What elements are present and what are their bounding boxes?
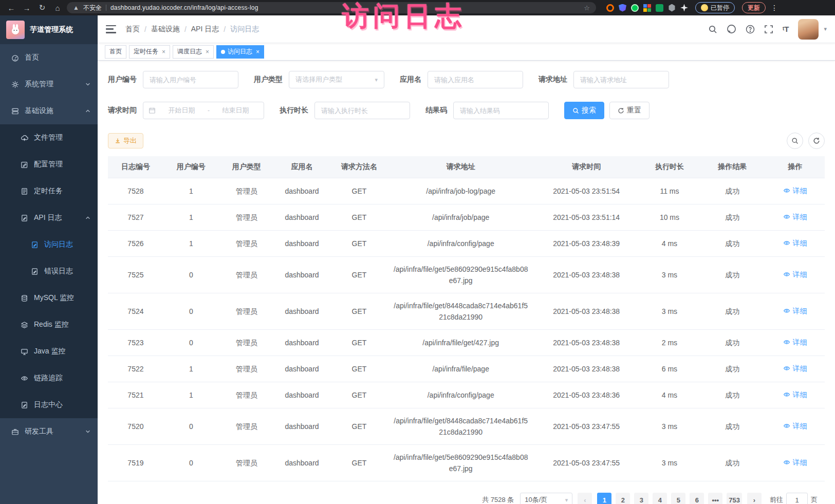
- cell-url: /api/infra/job-log/page: [388, 178, 532, 204]
- browser-update-button[interactable]: 更新: [742, 2, 766, 13]
- sidebar-item-redis[interactable]: Redis 监控: [0, 311, 98, 338]
- request-url-input[interactable]: [580, 76, 662, 84]
- hamburger-icon[interactable]: [106, 25, 116, 33]
- breadcrumb-item[interactable]: 首页: [125, 25, 140, 34]
- detail-link[interactable]: 详细: [783, 337, 807, 348]
- extension-icon[interactable]: [619, 4, 626, 12]
- page-size-select[interactable]: 10条/页 ▾: [520, 493, 572, 504]
- prev-page-button[interactable]: ‹: [578, 493, 592, 504]
- user-avatar[interactable]: [798, 19, 819, 40]
- date-range-picker[interactable]: 开始日期 - 结束日期: [143, 102, 264, 119]
- cell-user_type: 管理员: [219, 178, 274, 204]
- goto-page-input[interactable]: [786, 493, 808, 504]
- reload-icon[interactable]: ↻: [36, 3, 48, 12]
- sidebar-item-system[interactable]: 系统管理: [0, 71, 98, 98]
- cell-actions: 详细: [766, 382, 825, 408]
- address-bar[interactable]: ▲ 不安全 dashboard.yudao.iocoder.cn/infra/l…: [67, 2, 596, 13]
- detail-link[interactable]: 详细: [783, 305, 807, 316]
- sidebar-item-dev-tools[interactable]: 研发工具: [0, 418, 98, 445]
- breadcrumb-item[interactable]: 基础设施: [151, 25, 180, 34]
- extension-icon[interactable]: [656, 4, 663, 12]
- page-button[interactable]: 6: [690, 493, 704, 504]
- extensions-row: [606, 4, 688, 12]
- tag-active[interactable]: 访问日志×: [216, 45, 264, 59]
- extension-icon[interactable]: [643, 4, 651, 12]
- detail-link[interactable]: 详细: [783, 457, 807, 468]
- extension-icon[interactable]: [606, 4, 614, 12]
- export-button[interactable]: 导出: [108, 133, 143, 148]
- page-button[interactable]: 3: [634, 493, 648, 504]
- cell-actions: 详细: [766, 330, 825, 356]
- search-icon[interactable]: [708, 25, 717, 34]
- page-button[interactable]: 753: [727, 493, 742, 504]
- app-logo-row[interactable]: 芋道管理系统: [0, 15, 98, 44]
- more-pages-icon[interactable]: •••: [708, 493, 722, 504]
- close-icon[interactable]: ×: [162, 48, 165, 55]
- cell-time: 2021-05-03 23:47:55: [533, 445, 640, 481]
- extension-icon[interactable]: [631, 4, 639, 12]
- cell-user_id: 0: [163, 408, 219, 445]
- page-button[interactable]: 4: [653, 493, 667, 504]
- search-button[interactable]: 搜索: [564, 102, 604, 119]
- bookmark-star-icon[interactable]: ☆: [584, 4, 590, 12]
- app-name-input[interactable]: [434, 76, 516, 84]
- sidebar-item-job[interactable]: 定时任务: [0, 178, 98, 204]
- goto-label: 前往: [770, 495, 783, 504]
- browser-profile-chip[interactable]: 已暂停: [695, 2, 735, 13]
- sidebar-item-log-center[interactable]: 日志中心: [0, 391, 98, 418]
- next-page-button[interactable]: ›: [747, 493, 762, 504]
- user-id-input[interactable]: [150, 76, 232, 84]
- cell-actions: 详细: [766, 204, 825, 231]
- back-icon[interactable]: ←: [5, 4, 17, 12]
- detail-label: 详细: [792, 457, 807, 468]
- content: 首页/基础设施/API 日志/访问日志 ᵗT ▾ 首页定时任务×调度日志×访问日…: [98, 15, 835, 504]
- cell-app: dashboard: [274, 204, 330, 231]
- sidebar-item-trace[interactable]: 链路追踪: [0, 365, 98, 391]
- cell-method: GET: [329, 231, 388, 257]
- page-button[interactable]: 1: [597, 493, 611, 504]
- tag-item[interactable]: 首页: [105, 45, 126, 59]
- breadcrumb-item[interactable]: API 日志: [191, 25, 219, 34]
- sidebar-item-config[interactable]: 配置管理: [0, 151, 98, 178]
- tag-item[interactable]: 定时任务×: [129, 45, 170, 59]
- toggle-search-icon[interactable]: [787, 133, 803, 149]
- sidebar-item-api-log[interactable]: API 日志: [0, 204, 98, 231]
- page-button[interactable]: 2: [616, 493, 630, 504]
- sidebar-item-error-log[interactable]: 错误日志: [0, 258, 98, 285]
- home-icon[interactable]: ⌂: [51, 4, 64, 12]
- sidebar-item-mysql[interactable]: MySQL 监控: [0, 285, 98, 311]
- sidebar-item-infra[interactable]: 基础设施: [0, 98, 98, 124]
- user-type-select[interactable]: 请选择用户类型 ▾: [289, 71, 384, 88]
- duration-input[interactable]: [321, 107, 403, 115]
- page-button[interactable]: 5: [671, 493, 685, 504]
- detail-link[interactable]: 详细: [783, 185, 807, 196]
- docs-help-icon[interactable]: [746, 25, 755, 34]
- detail-link[interactable]: 详细: [783, 420, 807, 432]
- avatar-caret-icon[interactable]: ▾: [824, 26, 827, 32]
- detail-link[interactable]: 详细: [783, 211, 807, 222]
- detail-link[interactable]: 详细: [783, 389, 807, 400]
- github-icon[interactable]: [727, 24, 736, 34]
- detail-link[interactable]: 详细: [783, 363, 807, 374]
- detail-link[interactable]: 详细: [783, 237, 807, 249]
- browser-menu-icon[interactable]: ⋮: [771, 4, 778, 12]
- puzzle-icon[interactable]: [680, 4, 688, 12]
- fullscreen-icon[interactable]: [764, 25, 773, 34]
- tag-item[interactable]: 调度日志×: [173, 45, 214, 59]
- cell-user_type: 管理员: [219, 382, 274, 408]
- result-code-input[interactable]: [460, 107, 542, 115]
- detail-link[interactable]: 详细: [783, 269, 807, 280]
- font-size-icon[interactable]: ᵗT: [783, 25, 789, 33]
- sidebar-item-file[interactable]: 文件管理: [0, 124, 98, 151]
- close-icon[interactable]: ×: [206, 48, 209, 55]
- sidebar-item-home[interactable]: 首页: [0, 44, 98, 71]
- cell-method: GET: [329, 356, 388, 382]
- forward-icon[interactable]: →: [21, 4, 33, 12]
- cell-user_type: 管理员: [219, 257, 274, 293]
- sidebar-item-java[interactable]: Java 监控: [0, 338, 98, 365]
- extension-icon[interactable]: [668, 4, 676, 12]
- reset-button[interactable]: 重置: [609, 102, 650, 119]
- refresh-icon[interactable]: [808, 133, 825, 149]
- close-icon[interactable]: ×: [256, 48, 259, 55]
- sidebar-item-access-log[interactable]: 访问日志: [0, 231, 98, 258]
